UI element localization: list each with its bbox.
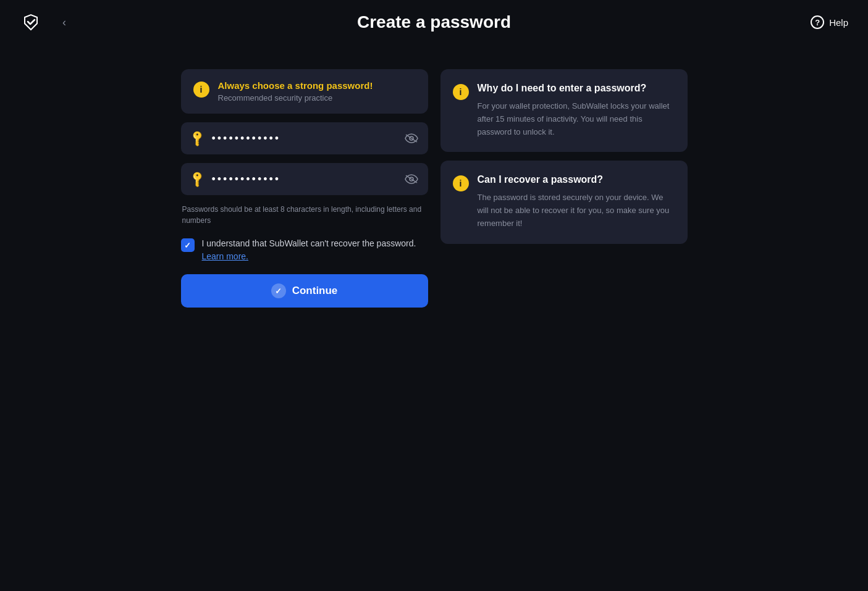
password-input[interactable] <box>212 132 397 145</box>
checkbox-text: I understand that SubWallet can't recove… <box>202 238 416 248</box>
logo <box>20 11 42 33</box>
key-icon-2: 🔑 <box>188 169 207 188</box>
confirm-password-input[interactable] <box>212 173 397 186</box>
help-button[interactable]: ? Help <box>811 15 848 29</box>
learn-more-link[interactable]: Learn more. <box>202 251 248 261</box>
password-field: 🔑 <box>181 122 428 154</box>
card2-title: Can I recover a password? <box>478 174 675 185</box>
checkbox-check-icon: ✓ <box>184 241 191 250</box>
strong-password-box: i Always choose a strong password! Recom… <box>181 69 428 114</box>
card1-title: Why do I need to enter a password? <box>478 83 675 94</box>
page-title: Create a password <box>357 12 511 32</box>
understand-checkbox[interactable]: ✓ <box>181 238 195 252</box>
help-label: Help <box>829 17 848 28</box>
card2-text: The password is stored securely on your … <box>478 191 675 230</box>
toggle-password-visibility[interactable] <box>405 133 418 143</box>
help-circle-icon: ? <box>811 15 824 29</box>
confirm-password-field: 🔑 <box>181 163 428 195</box>
right-panel: i Why do I need to enter a password? For… <box>440 69 688 308</box>
info-box-content: Always choose a strong password! Recomme… <box>218 80 373 103</box>
header-left: ‹ <box>20 11 74 33</box>
key-icon: 🔑 <box>188 128 207 148</box>
why-password-card: i Why do I need to enter a password? For… <box>440 69 688 152</box>
back-icon: ‹ <box>62 16 66 29</box>
card1-content: Why do I need to enter a password? For y… <box>478 83 675 138</box>
main-content: i Always choose a strong password! Recom… <box>0 44 868 308</box>
understand-checkbox-row: ✓ I understand that SubWallet can't reco… <box>181 235 428 266</box>
back-button[interactable]: ‹ <box>54 12 74 32</box>
left-panel: i Always choose a strong password! Recom… <box>181 69 428 308</box>
info-icon-4: i <box>453 175 469 191</box>
info-icon-3: i <box>453 84 469 100</box>
continue-button[interactable]: ✓ Continue <box>181 274 428 308</box>
password-hint: Passwords should be at least 8 character… <box>181 204 428 226</box>
card2-content: Can I recover a password? The password i… <box>478 174 675 230</box>
info-box-title: Always choose a strong password! <box>218 80 373 91</box>
card1-text: For your wallet protection, SubWallet lo… <box>478 100 675 138</box>
checkbox-label: I understand that SubWallet can't recove… <box>202 237 428 263</box>
recover-password-card: i Can I recover a password? The password… <box>440 161 688 243</box>
header: ‹ Create a password ? Help <box>0 0 868 44</box>
info-icon: i <box>193 82 209 98</box>
continue-check-icon: ✓ <box>271 283 286 298</box>
toggle-confirm-visibility[interactable] <box>405 174 418 184</box>
continue-label: Continue <box>292 285 338 297</box>
info-box-subtitle: Recommended security practice <box>218 93 373 103</box>
